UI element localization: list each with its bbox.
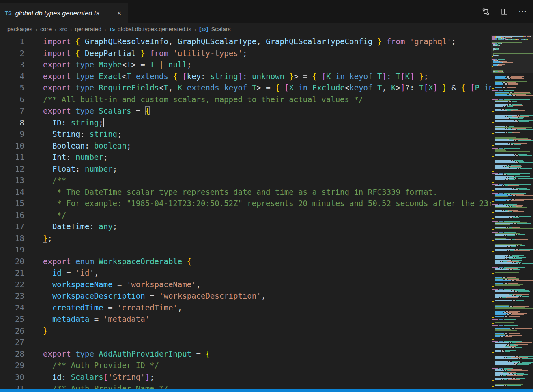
- breadcrumb-separator: ›: [104, 26, 106, 33]
- line-number: 11: [0, 151, 24, 163]
- split-editor-icon[interactable]: [498, 5, 510, 17]
- code-text: export type Maybe<T> = T | null;: [24, 59, 491, 71]
- bottom-status-strip: [0, 389, 533, 392]
- code-line-25: 25 metadata = 'metadata': [0, 313, 491, 325]
- typescript-file-icon: TS: [109, 27, 115, 32]
- code-line-12: 12 Float: number;: [0, 163, 491, 175]
- code-text: import { DeepPartial } from 'utility-typ…: [24, 47, 491, 59]
- breadcrumb-separator: ›: [194, 26, 196, 33]
- indent-guide: [45, 383, 45, 389]
- minimap[interactable]: [491, 35, 533, 389]
- line-number: 1: [0, 36, 24, 47]
- typescript-file-icon: TS: [5, 10, 12, 16]
- code-text: ID: string;: [24, 117, 491, 129]
- code-text: * For example: "1985-04-12T23:20:50.52Z"…: [24, 198, 491, 209]
- line-number: 19: [0, 244, 24, 256]
- breadcrumb-item-src[interactable]: src: [59, 26, 67, 32]
- editor-actions: ⋯: [479, 5, 529, 17]
- tab-bar: TS global.db.types.generated.ts ×: [0, 0, 533, 23]
- code-line-19: 19: [0, 244, 491, 256]
- minimap-viewport[interactable]: [491, 35, 533, 73]
- tab-close-icon[interactable]: ×: [115, 9, 123, 17]
- more-actions-icon[interactable]: ⋯: [517, 5, 529, 17]
- code-text: }: [24, 325, 491, 337]
- line-number: 14: [0, 186, 24, 198]
- breadcrumb-item-core[interactable]: core: [40, 26, 52, 32]
- breadcrumb-item-file[interactable]: global.db.types.generated.ts: [118, 26, 191, 32]
- line-number: 7: [0, 105, 24, 117]
- code-text: [24, 336, 491, 348]
- breadcrumb-separator: ›: [70, 26, 72, 33]
- line-number: 16: [0, 209, 24, 221]
- line-number: 18: [0, 233, 24, 244]
- code-line-2: 2import { DeepPartial } from 'utility-ty…: [0, 47, 491, 59]
- code-line-4: 4export type Exact<T extends { [key: str…: [0, 71, 491, 82]
- line-number: 10: [0, 140, 24, 152]
- editor-tab[interactable]: TS global.db.types.generated.ts ×: [0, 3, 128, 23]
- breadcrumb-item-symbol[interactable]: Scalars: [211, 26, 231, 32]
- code-line-18: 18};: [0, 233, 491, 244]
- code-text: Float: number;: [24, 163, 491, 175]
- indent-guide: [45, 313, 45, 325]
- code-line-22: 22 workspaceName = 'workspaceName',: [0, 279, 491, 291]
- code-text: DateTime: any;: [24, 221, 491, 233]
- code-lines: 1import { GraphQLResolveInfo, GraphQLSca…: [0, 36, 491, 389]
- indent-guide: [45, 174, 45, 186]
- indent-guide: [45, 117, 45, 129]
- line-number: 17: [0, 221, 24, 233]
- code-text: /** Auth Provider ID */: [24, 360, 491, 371]
- minimap-marks: [491, 35, 533, 389]
- type-symbol-icon: [⊘]: [199, 26, 209, 32]
- line-number: 5: [0, 82, 24, 94]
- line-number: 23: [0, 290, 24, 302]
- code-text: /** Auth Provider Name */: [24, 383, 491, 389]
- line-number: 4: [0, 71, 24, 82]
- code-text: id: Scalars['String'];: [24, 371, 491, 383]
- line-number: 29: [0, 360, 24, 371]
- line-number: 30: [0, 371, 24, 383]
- tab-title: global.db.types.generated.ts: [15, 9, 111, 17]
- code-line-23: 23 workspaceDescription = 'workspaceDesc…: [0, 290, 491, 302]
- code-line-9: 9 String: string;: [0, 128, 491, 140]
- code-text: export type Exact<T extends { [key: stri…: [24, 71, 491, 82]
- line-number: 25: [0, 313, 24, 325]
- vscode-window: TS global.db.types.generated.ts ×: [0, 0, 533, 392]
- code-text: String: string;: [24, 128, 491, 140]
- code-line-16: 16 */: [0, 209, 491, 221]
- breadcrumb-item-packages[interactable]: packages: [7, 26, 32, 32]
- code-text: export type RequireFields<T, K extends k…: [24, 82, 491, 94]
- code-text: };: [24, 233, 491, 244]
- code-text: createdTime = 'createdTime',: [24, 302, 491, 314]
- line-number: 2: [0, 47, 24, 59]
- open-changes-icon[interactable]: [479, 5, 492, 17]
- line-number: 21: [0, 267, 24, 279]
- line-number: 3: [0, 59, 24, 71]
- line-number: 9: [0, 128, 24, 140]
- code-editor[interactable]: 1import { GraphQLResolveInfo, GraphQLSca…: [0, 35, 491, 389]
- indent-guide: [45, 163, 45, 175]
- code-text: Boolean: boolean;: [24, 140, 491, 152]
- breadcrumb-separator: ›: [54, 26, 56, 33]
- code-text: */: [24, 209, 491, 221]
- code-text: metadata = 'metadata': [24, 313, 491, 325]
- code-text: workspaceDescription = 'workspaceDescrip…: [24, 290, 491, 302]
- code-line-29: 29 /** Auth Provider ID */: [0, 360, 491, 371]
- indent-guide: [45, 279, 45, 291]
- code-line-10: 10 Boolean: boolean;: [0, 140, 491, 152]
- code-line-30: 30 id: Scalars['String'];: [0, 371, 491, 383]
- breadcrumb: packages›core›src›generated›TSglobal.db.…: [0, 23, 491, 35]
- code-text: * The DateTime scalar type represents da…: [24, 186, 491, 198]
- line-number: 15: [0, 198, 24, 209]
- line-number: 22: [0, 279, 24, 291]
- breadcrumb-item-generated[interactable]: generated: [75, 26, 101, 32]
- code-line-17: 17 DateTime: any;: [0, 221, 491, 233]
- code-line-24: 24 createdTime = 'createdTime',: [0, 302, 491, 314]
- code-line-7: 7export type Scalars = {: [0, 105, 491, 117]
- code-line-5: 5export type RequireFields<T, K extends …: [0, 82, 491, 94]
- code-text: export type AddAuthProviderInput = {: [24, 348, 491, 360]
- code-line-21: 21 id = 'id',: [0, 267, 491, 279]
- code-line-3: 3export type Maybe<T> = T | null;: [0, 59, 491, 71]
- line-number: 26: [0, 325, 24, 337]
- code-text: workspaceName = 'workspaceName',: [24, 279, 491, 291]
- indent-guide: [45, 140, 45, 152]
